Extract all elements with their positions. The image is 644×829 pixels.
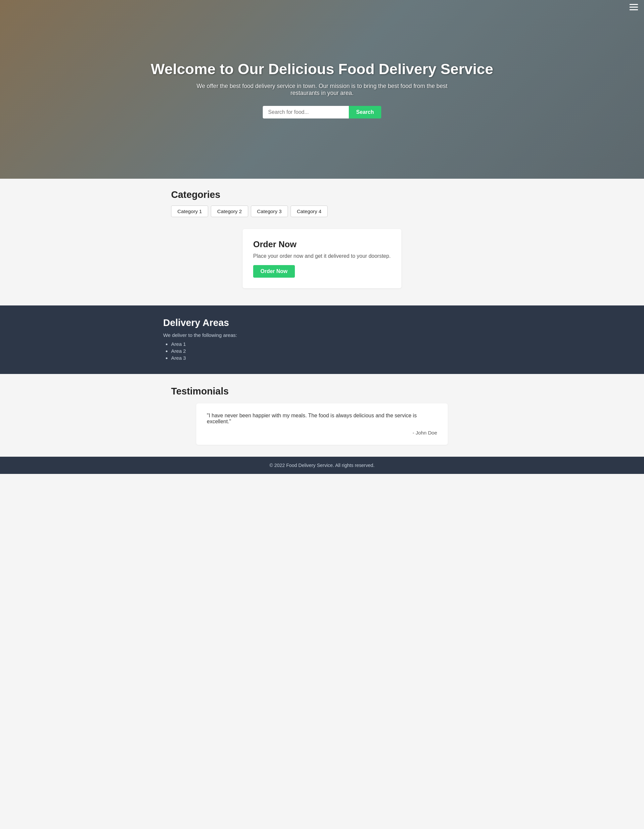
main-content: Categories Category 1 Category 2 Categor…: [163, 179, 481, 306]
delivery-area-3: Area 3: [171, 355, 481, 361]
hero-subtitle: We offer the best food delivery service …: [190, 83, 454, 97]
categories-list: Category 1 Category 2 Category 3 Categor…: [171, 205, 473, 217]
order-now-card: Order Now Place your order now and get i…: [242, 229, 402, 288]
testimonial-card: "I have never been happier with my meals…: [196, 403, 448, 445]
category-chip-2[interactable]: Category 2: [211, 205, 248, 217]
hamburger-icon[interactable]: [630, 4, 638, 10]
hero-section: Welcome to Our Delicious Food Delivery S…: [0, 0, 644, 179]
hamburger-nav[interactable]: [630, 4, 638, 10]
hero-title: Welcome to Our Delicious Food Delivery S…: [151, 61, 493, 77]
order-now-button[interactable]: Order Now: [253, 265, 295, 277]
categories-section: Categories Category 1 Category 2 Categor…: [171, 189, 473, 217]
footer: © 2022 Food Delivery Service. All rights…: [0, 457, 644, 474]
delivery-areas-list: Area 1 Area 2 Area 3: [163, 341, 481, 361]
delivery-section: Delivery Areas We deliver to the followi…: [0, 306, 644, 374]
delivery-heading: Delivery Areas: [163, 317, 481, 328]
footer-text: © 2022 Food Delivery Service. All rights…: [269, 463, 375, 468]
category-chip-1[interactable]: Category 1: [171, 205, 208, 217]
order-now-heading: Order Now: [253, 240, 391, 249]
delivery-area-2: Area 2: [171, 348, 481, 354]
testimonial-quote: "I have never been happier with my meals…: [207, 413, 437, 425]
testimonial-author: - John Doe: [207, 430, 437, 435]
testimonials-section: Testimonials "I have never been happier …: [163, 374, 481, 457]
order-now-description: Place your order now and get it delivere…: [253, 253, 391, 259]
testimonials-heading: Testimonials: [171, 386, 473, 397]
category-chip-4[interactable]: Category 4: [291, 205, 328, 217]
delivery-area-1: Area 1: [171, 341, 481, 347]
category-chip-3[interactable]: Category 3: [251, 205, 288, 217]
search-input[interactable]: [263, 106, 349, 118]
search-button[interactable]: Search: [349, 106, 381, 118]
categories-heading: Categories: [171, 189, 473, 200]
delivery-intro: We deliver to the following areas:: [163, 332, 481, 338]
search-form: Search: [263, 106, 381, 118]
